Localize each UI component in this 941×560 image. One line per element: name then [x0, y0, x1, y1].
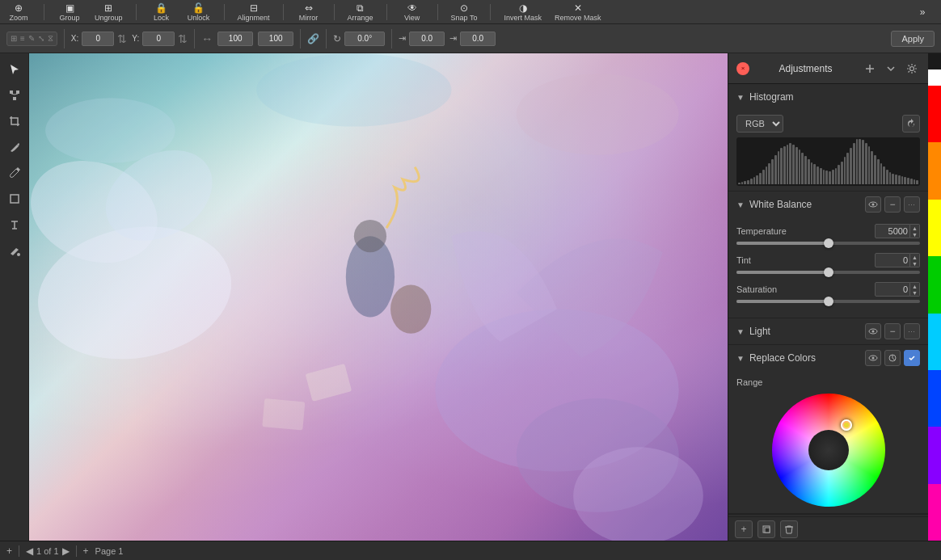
tint-thumb[interactable]	[824, 267, 833, 277]
rc-eye-button[interactable]	[865, 350, 881, 366]
alignment-tool[interactable]: ⊟ Alignment	[238, 2, 270, 22]
x-input[interactable]	[82, 32, 114, 46]
unlock-tool[interactable]: 🔓 Unlock	[187, 2, 211, 22]
light-more-button[interactable]: ···	[904, 323, 920, 339]
select-tool[interactable]	[5, 60, 24, 79]
panel-settings-button[interactable]	[904, 61, 920, 77]
temperature-decrement-button[interactable]: ▼	[910, 231, 919, 238]
group-tool[interactable]: ▣ Group	[57, 2, 82, 22]
lock-aspect-btn[interactable]: 🔗	[307, 33, 319, 44]
color-swatch-orange[interactable]	[928, 142, 941, 199]
saturation-increment-button[interactable]: ▲	[910, 283, 919, 289]
light-eye-button[interactable]	[865, 323, 881, 339]
arrange-tool[interactable]: ⧉ Arrange	[348, 2, 373, 22]
saturation-decrement-button[interactable]: ▼	[910, 289, 919, 296]
histogram-bar	[801, 153, 804, 184]
brush-tool[interactable]	[5, 163, 24, 183]
color-swatch-blue[interactable]	[928, 370, 941, 427]
angle-input[interactable]	[344, 32, 385, 46]
tint-value-input[interactable]	[875, 253, 910, 267]
y-input[interactable]	[142, 32, 175, 46]
panel-menu-button[interactable]	[883, 61, 899, 77]
pen-tool[interactable]	[5, 137, 24, 157]
replace-colors-header[interactable]: ▼ Replace Colors	[728, 345, 928, 371]
next-page-button[interactable]: ▶	[62, 545, 70, 557]
delete-layer-button[interactable]	[780, 520, 798, 538]
invert-mask-tool[interactable]: ◑ Invert Mask	[504, 2, 542, 22]
color-swatch-yellow[interactable]	[928, 200, 941, 256]
wb-more-button[interactable]: ···	[904, 196, 920, 213]
tint-increment-button[interactable]: ▲	[910, 254, 919, 260]
ungroup-tool[interactable]: ⊞ Ungroup	[95, 2, 123, 22]
add-adjustment-button[interactable]	[862, 61, 878, 77]
zoom-tool[interactable]: ⊕ Zoom	[6, 2, 31, 22]
light-minus-button[interactable]: −	[884, 323, 901, 339]
histogram-bar	[804, 156, 807, 184]
lock-tool[interactable]: 🔒 Lock	[150, 2, 174, 22]
color-swatch-white[interactable]	[928, 69, 941, 86]
svg-rect-2	[13, 97, 16, 100]
histogram-bar	[892, 174, 894, 184]
rc-check-button[interactable]	[904, 350, 920, 366]
histogram-bar	[832, 170, 834, 184]
temperature-label-row: Temperature ▲ ▼	[736, 224, 920, 238]
view-tool[interactable]: 👁 View	[400, 2, 424, 22]
histogram-refresh-button[interactable]	[902, 115, 920, 133]
link-icon[interactable]: ↔	[201, 32, 213, 45]
rc-color-button[interactable]	[884, 350, 901, 366]
white-balance-header[interactable]: ▼ White Balance −	[728, 192, 928, 217]
white-balance-section: ▼ White Balance −	[728, 192, 928, 318]
text-tool[interactable]	[5, 215, 24, 234]
add-page-button[interactable]: +	[6, 545, 12, 557]
tint-decrement-button[interactable]: ▼	[910, 260, 919, 267]
color-swatch-black[interactable]	[928, 53, 941, 69]
saturation-track[interactable]	[736, 300, 920, 303]
zoom-label: Zoom	[9, 14, 27, 22]
node-tool[interactable]	[5, 86, 24, 105]
saturation-value-input[interactable]	[875, 282, 910, 297]
add-layer-button[interactable]: +	[735, 520, 753, 538]
temperature-track[interactable]	[736, 242, 920, 245]
crop-tool[interactable]	[5, 112, 24, 131]
light-header[interactable]: ▼ Light −	[728, 318, 928, 344]
wb-minus-button[interactable]: −	[884, 196, 901, 213]
mirror-tool[interactable]: ⇔ Mirror	[297, 2, 321, 22]
prev-page-button[interactable]: ◀	[26, 545, 33, 557]
page-name: Page 1	[95, 546, 124, 556]
color-wheel[interactable]	[772, 394, 885, 507]
histogram-header[interactable]: ▼ Histogram	[728, 84, 928, 110]
shape-tool[interactable]	[5, 189, 24, 208]
histogram-channel-select[interactable]: RGB	[736, 115, 783, 133]
angle-icon: ↻	[333, 33, 341, 44]
close-panel-button[interactable]: ×	[736, 62, 749, 75]
height-input[interactable]	[258, 32, 293, 46]
color-swatch-green[interactable]	[928, 256, 941, 313]
temperature-thumb[interactable]	[824, 238, 833, 248]
tint-track[interactable]	[736, 271, 920, 274]
wheel-cursor[interactable]	[841, 419, 852, 431]
skew-x-input[interactable]	[409, 32, 445, 46]
add-page-button2[interactable]: +	[83, 545, 89, 557]
canvas-area[interactable]	[29, 53, 728, 541]
color-swatch-red[interactable]	[928, 86, 941, 142]
tint-label: Tint	[736, 255, 751, 265]
duplicate-layer-button[interactable]	[757, 520, 775, 538]
fill-icon	[8, 244, 21, 257]
color-swatch-purple[interactable]	[928, 427, 941, 483]
apply-button[interactable]: Apply	[891, 31, 935, 47]
color-swatch-magenta[interactable]	[928, 484, 941, 541]
temperature-increment-button[interactable]: ▲	[910, 225, 919, 231]
temperature-value-input[interactable]	[875, 224, 910, 238]
page-info: 1 of 1	[36, 546, 59, 556]
saturation-thumb[interactable]	[824, 297, 833, 306]
skew-y-input[interactable]	[460, 32, 496, 46]
group-icon: ▣	[65, 2, 74, 14]
snap-to-tool[interactable]: ⊙ Snap To	[451, 2, 478, 22]
more-tools[interactable]: »	[910, 6, 935, 18]
color-swatch-cyan[interactable]	[928, 314, 941, 370]
wb-eye-button[interactable]	[865, 196, 881, 213]
width-input[interactable]	[217, 32, 253, 46]
fill-tool[interactable]	[5, 241, 24, 260]
left-sidebar	[0, 53, 29, 541]
remove-mask-tool[interactable]: ✕ Remove Mask	[555, 2, 601, 22]
